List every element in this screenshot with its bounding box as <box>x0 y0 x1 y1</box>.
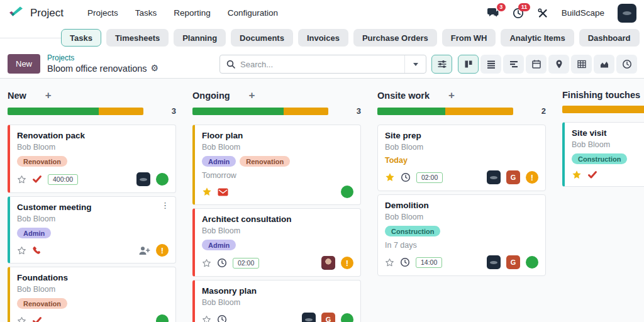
menu-item-projects[interactable]: Projects <box>87 8 118 18</box>
status-done-icon[interactable] <box>156 173 169 186</box>
star-icon[interactable] <box>202 315 211 322</box>
clock-icon[interactable] <box>217 314 227 322</box>
task-card[interactable]: ⋮ Customer meeting Bob Bloom Admin <box>8 196 176 264</box>
tab-purchase-orders[interactable]: Purchase Orders <box>353 29 437 47</box>
status-done-icon[interactable] <box>526 256 538 269</box>
progress-success-segment[interactable] <box>192 108 284 115</box>
check-icon[interactable] <box>32 316 42 322</box>
star-icon[interactable] <box>385 258 394 267</box>
activity-view-button[interactable] <box>616 55 637 74</box>
tab-planning[interactable]: Planning <box>174 29 226 47</box>
tab-documents[interactable]: Documents <box>231 29 293 47</box>
sliders-toggle-button[interactable] <box>431 55 452 74</box>
company-name[interactable]: BuildScape <box>562 8 604 18</box>
check-icon[interactable] <box>587 170 597 179</box>
star-icon[interactable] <box>572 170 582 180</box>
column-progressbar[interactable] <box>8 108 143 115</box>
graph-view-button[interactable] <box>594 55 614 74</box>
progress-success-segment[interactable] <box>8 108 99 115</box>
tag-pill[interactable]: Admin <box>17 228 51 238</box>
search-dropdown-toggle[interactable] <box>404 55 426 73</box>
activities-button[interactable]: 11 <box>513 8 524 19</box>
task-card[interactable]: Foundations Bob Bloom Renovation <box>8 267 176 322</box>
star-icon[interactable] <box>385 172 395 182</box>
assignee-avatar-letter[interactable]: G <box>321 313 335 322</box>
tag-pill[interactable]: Construction <box>385 226 440 236</box>
tag-pill[interactable]: Admin <box>202 240 236 250</box>
clock-icon[interactable] <box>400 257 410 267</box>
tab-tasks[interactable]: Tasks <box>61 29 101 47</box>
card-menu-icon[interactable]: ⋮ <box>161 201 169 209</box>
column-progressbar[interactable] <box>377 108 513 115</box>
list-view-button[interactable] <box>480 55 501 74</box>
tab-invoices[interactable]: Invoices <box>298 29 348 47</box>
star-icon[interactable] <box>202 258 211 268</box>
envelope-icon[interactable] <box>218 188 228 196</box>
progress-warning-segment[interactable] <box>284 108 328 115</box>
assignee-avatar-letter[interactable]: G <box>506 170 520 184</box>
status-warning-icon[interactable]: ! <box>341 257 353 269</box>
progress-warning-segment[interactable] <box>445 108 513 115</box>
star-icon[interactable] <box>202 187 212 197</box>
tag-pill[interactable]: Construction <box>572 153 627 164</box>
search-input[interactable] <box>235 60 404 69</box>
person-plus-icon[interactable] <box>138 246 150 255</box>
star-icon[interactable] <box>17 175 26 184</box>
tag-pill[interactable]: Renovation <box>17 156 67 167</box>
status-warning-icon[interactable]: ! <box>526 171 538 184</box>
star-icon[interactable] <box>17 246 26 255</box>
assignee-avatar[interactable] <box>302 313 316 322</box>
task-card[interactable]: Renovation pack Bob Bloom Renovation 400… <box>8 125 176 193</box>
map-view-button[interactable] <box>548 55 569 74</box>
status-done-icon[interactable] <box>341 313 353 322</box>
add-card-button[interactable]: + <box>448 90 455 101</box>
progress-success-segment[interactable] <box>377 108 445 115</box>
gantt-view-button[interactable] <box>503 55 524 74</box>
tab-dashboard[interactable]: Dashboard <box>579 29 640 47</box>
task-card[interactable]: Demolition Bob Bloom Construction In 7 d… <box>377 194 546 276</box>
assignee-avatar[interactable] <box>487 170 501 184</box>
kanban-view-button[interactable] <box>458 55 479 74</box>
pivot-view-button[interactable] <box>571 55 592 74</box>
settings-gear-icon[interactable]: ⚙ <box>151 63 159 74</box>
status-done-icon[interactable] <box>156 314 169 322</box>
messages-button[interactable]: 3 <box>487 8 499 18</box>
assignee-avatar[interactable] <box>136 172 150 186</box>
add-card-button[interactable]: + <box>45 90 52 101</box>
check-icon[interactable] <box>32 175 42 184</box>
new-button[interactable]: New <box>8 54 40 74</box>
assignee-avatar-photo[interactable] <box>321 256 335 270</box>
task-card[interactable]: Floor plan Bob Bloom Admin Renovation To… <box>192 125 361 205</box>
assignee-avatar-letter[interactable]: G <box>506 255 520 269</box>
odoo-check-logo-icon[interactable] <box>8 6 25 21</box>
user-avatar[interactable] <box>618 4 636 23</box>
breadcrumb-parent-link[interactable]: Projects <box>47 53 158 63</box>
task-card[interactable]: Site visit Bob Bloom Construction <box>562 122 644 187</box>
status-done-icon[interactable] <box>341 186 353 198</box>
column-progressbar[interactable] <box>192 108 328 115</box>
task-card[interactable]: Site prep Bob Bloom Today 02:00 G ! <box>377 125 546 191</box>
status-warning-icon[interactable]: ! <box>156 244 169 257</box>
tab-from-wh[interactable]: From WH <box>442 29 496 47</box>
menu-item-tasks[interactable]: Tasks <box>135 8 157 18</box>
column-progressbar[interactable] <box>562 106 644 113</box>
add-card-button[interactable]: + <box>249 90 255 101</box>
tools-button[interactable] <box>537 8 548 19</box>
tag-pill[interactable]: Admin <box>202 156 236 167</box>
task-card[interactable]: Masonry plan Bob Bloom G <box>192 280 361 322</box>
phone-icon[interactable] <box>32 246 42 255</box>
assignee-avatar[interactable] <box>487 255 501 269</box>
calendar-view-button[interactable] <box>526 55 547 74</box>
menu-item-configuration[interactable]: Configuration <box>228 8 278 18</box>
menu-item-reporting[interactable]: Reporting <box>174 8 211 18</box>
progress-warning-segment[interactable] <box>562 106 644 113</box>
progress-warning-segment[interactable] <box>99 108 143 115</box>
star-icon[interactable] <box>17 316 26 322</box>
tag-pill[interactable]: Renovation <box>17 298 67 309</box>
task-card[interactable]: Architect consultation Bob Bloom Admin 0… <box>192 208 361 277</box>
tab-timesheets[interactable]: Timesheets <box>106 29 169 47</box>
clock-icon[interactable] <box>217 258 227 268</box>
clock-icon[interactable] <box>401 172 411 182</box>
tab-analytic-items[interactable]: Analytic Items <box>501 29 574 47</box>
tag-pill[interactable]: Renovation <box>240 156 290 167</box>
